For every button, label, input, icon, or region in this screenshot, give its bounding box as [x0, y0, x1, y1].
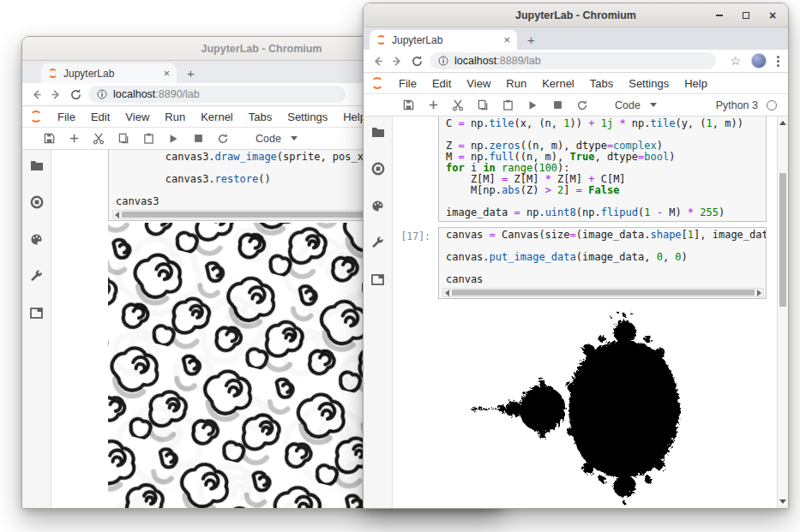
reload-icon[interactable]	[69, 87, 83, 102]
paste-icon[interactable]	[502, 99, 514, 111]
front-window-titlebar[interactable]: JupyterLab - Chromium ×	[364, 3, 788, 27]
maximize-button[interactable]	[741, 10, 751, 21]
back-arrow-icon[interactable]	[370, 54, 385, 69]
sidebar-running-kernels-icon[interactable]	[30, 195, 44, 209]
url-host: localhost	[454, 55, 496, 67]
menu-help[interactable]: Help	[677, 77, 715, 90]
menu-run[interactable]: Run	[157, 111, 193, 123]
front-jupyterlab-menubar: File Edit View Run Kernel Tabs Settings …	[364, 72, 788, 94]
sidebar-open-tabs-icon[interactable]	[371, 272, 385, 286]
sidebar-commands-icon[interactable]	[30, 232, 44, 246]
url-path: :8890/lab	[155, 88, 199, 100]
menu-kernel[interactable]: Kernel	[534, 77, 582, 90]
copy-icon[interactable]	[117, 133, 129, 145]
kernel-indicator[interactable]: Python 3	[716, 99, 777, 111]
cell-horizontal-scrollbar[interactable]	[442, 288, 764, 297]
save-icon[interactable]	[43, 133, 55, 145]
front-tab-strip: JupyterLab × +	[364, 27, 788, 50]
bookmark-star-icon[interactable]: ☆	[730, 55, 741, 67]
forward-arrow-icon[interactable]	[49, 87, 63, 102]
menu-file[interactable]: File	[50, 111, 83, 123]
sidebar-open-tabs-icon[interactable]	[30, 306, 44, 320]
scroll-thumb[interactable]	[779, 173, 786, 307]
front-browser-tab[interactable]: JupyterLab ×	[370, 30, 517, 50]
minimize-button[interactable]	[714, 10, 725, 21]
scroll-up-icon[interactable]	[779, 121, 786, 125]
info-icon	[97, 89, 107, 99]
browser-menu-icon[interactable]	[777, 56, 779, 67]
cut-icon[interactable]	[93, 133, 105, 145]
back-window-title: JupyterLab - Chromium	[202, 43, 322, 55]
mandelbrot-output-image	[393, 304, 771, 508]
scroll-right-icon[interactable]	[757, 290, 761, 296]
cell-type-dropdown[interactable]: Code	[256, 133, 298, 145]
jupyter-logo-icon	[30, 111, 42, 123]
canvas-code-cell[interactable]: canvas = Canvas(size=(image_data.shape[1…	[438, 227, 767, 299]
sidebar-file-browser-icon[interactable]	[371, 125, 385, 139]
execution-count: [17]:	[393, 230, 430, 242]
tab-close-icon[interactable]: ×	[503, 35, 510, 45]
front-address-field[interactable]: localhost:8889/lab	[430, 52, 716, 69]
scroll-left-icon[interactable]	[445, 290, 449, 296]
mandelbrot-code-cell[interactable]: C = np.tile(x, (n, 1)) + 1j * np.tile(y,…	[438, 117, 767, 222]
restart-icon[interactable]	[576, 99, 588, 111]
menu-edit[interactable]: Edit	[83, 111, 117, 123]
url-host: localhost	[113, 88, 155, 100]
add-cell-icon[interactable]	[427, 99, 439, 111]
reload-icon[interactable]	[410, 54, 424, 69]
scroll-left-icon[interactable]	[115, 212, 119, 218]
kernel-status-icon	[767, 100, 777, 111]
run-icon[interactable]	[526, 99, 538, 111]
add-cell-icon[interactable]	[68, 133, 80, 145]
back-tab-label: JupyterLab	[63, 68, 157, 80]
back-address-field[interactable]: localhost:8890/lab	[88, 86, 346, 103]
menu-tabs[interactable]: Tabs	[582, 77, 621, 90]
cut-icon[interactable]	[452, 99, 464, 111]
info-icon	[438, 56, 448, 66]
menu-file[interactable]: File	[391, 77, 424, 90]
menu-tabs[interactable]: Tabs	[241, 111, 280, 123]
front-notebook-toolbar: Code Python 3	[364, 94, 788, 117]
menu-kernel[interactable]: Kernel	[193, 111, 241, 123]
forward-arrow-icon[interactable]	[390, 54, 405, 69]
menu-run[interactable]: Run	[498, 77, 534, 90]
sidebar-running-kernels-icon[interactable]	[371, 162, 385, 176]
scroll-thumb[interactable]	[452, 290, 755, 296]
menu-settings[interactable]: Settings	[280, 111, 335, 123]
back-left-sidebar	[22, 150, 51, 508]
scroll-down-icon[interactable]	[779, 499, 786, 504]
front-tab-label: JupyterLab	[392, 34, 497, 46]
new-tab-button[interactable]: +	[187, 68, 195, 80]
profile-avatar[interactable]	[751, 53, 767, 69]
stop-icon[interactable]	[551, 99, 563, 111]
copy-icon[interactable]	[477, 99, 489, 111]
close-button[interactable]: ×	[767, 10, 778, 21]
sidebar-file-browser-icon[interactable]	[30, 158, 44, 172]
front-window-title: JupyterLab - Chromium	[515, 9, 636, 21]
chevron-down-icon	[650, 103, 657, 107]
back-browser-tab[interactable]: JupyterLab ×	[41, 63, 177, 83]
sidebar-property-inspector-icon[interactable]	[30, 269, 44, 283]
notebook-vertical-scrollbar[interactable]	[777, 117, 788, 508]
run-icon[interactable]	[167, 133, 179, 145]
jupyter-favicon-icon	[376, 35, 386, 45]
back-arrow-icon[interactable]	[29, 87, 44, 102]
sidebar-commands-icon[interactable]	[371, 199, 385, 212]
jupyter-favicon-icon	[48, 69, 57, 78]
save-icon[interactable]	[402, 99, 414, 111]
front-browser-window: JupyterLab - Chromium × JupyterLab × + l…	[363, 3, 789, 509]
jupyter-logo-icon	[371, 77, 383, 89]
menu-edit[interactable]: Edit	[424, 77, 459, 90]
front-notebook-area: C = np.tile(x, (n, 1)) + 1j * np.tile(y,…	[393, 117, 777, 508]
menu-view[interactable]: View	[459, 77, 498, 90]
cell-type-dropdown[interactable]: Code	[615, 99, 657, 111]
new-tab-button[interactable]: +	[527, 34, 535, 46]
paste-icon[interactable]	[142, 133, 154, 145]
sidebar-property-inspector-icon[interactable]	[371, 236, 385, 249]
tab-close-icon[interactable]: ×	[163, 69, 170, 79]
restart-icon[interactable]	[217, 133, 229, 145]
menu-settings[interactable]: Settings	[621, 77, 677, 90]
stop-icon[interactable]	[192, 133, 204, 145]
front-left-sidebar	[364, 117, 393, 508]
menu-view[interactable]: View	[117, 111, 157, 123]
